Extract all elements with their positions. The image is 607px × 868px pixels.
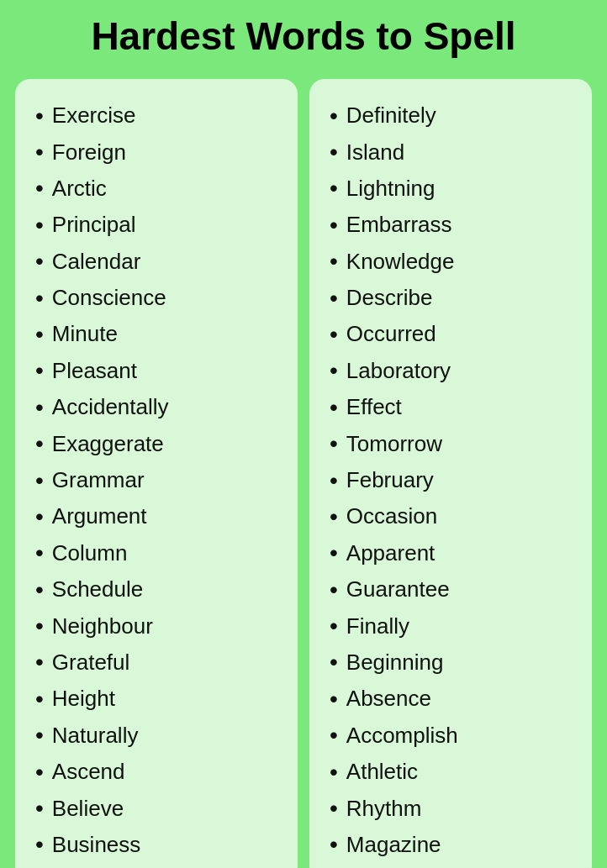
- list-item: Occasion: [330, 498, 575, 534]
- list-item: Believe: [35, 790, 281, 826]
- list-item: Rhythm: [330, 790, 575, 826]
- list-item: Foreign: [35, 134, 281, 170]
- list-item: Grammar: [35, 462, 281, 498]
- list-item: Lightning: [330, 170, 575, 206]
- page-header: Hardest Words to Spell: [0, 0, 607, 71]
- list-item: Argument: [35, 498, 281, 534]
- list-item: Definitely: [330, 97, 575, 134]
- right-list: DefinitelyIslandLightningEmbarrassKnowle…: [330, 97, 575, 863]
- right-word-list: DefinitelyIslandLightningEmbarrassKnowle…: [309, 79, 592, 868]
- list-item: Laboratory: [330, 352, 575, 388]
- list-item: Accomplish: [330, 717, 575, 753]
- list-item: Effect: [330, 389, 575, 425]
- list-item: Accidentally: [35, 389, 281, 425]
- list-item: Apparent: [330, 534, 575, 571]
- content-area: ExerciseForeignArcticPrincipalCalendarCo…: [0, 71, 607, 868]
- list-item: Height: [35, 681, 281, 717]
- list-item: Pleasant: [35, 352, 281, 388]
- list-item: Magazine: [330, 826, 575, 862]
- list-item: Knowledge: [330, 243, 575, 279]
- list-item: Principal: [35, 207, 281, 243]
- list-item: Arctic: [35, 170, 281, 206]
- list-item: Describe: [330, 280, 575, 316]
- list-item: Athletic: [330, 754, 575, 790]
- list-item: Beginning: [330, 644, 575, 680]
- list-item: Naturally: [35, 717, 281, 753]
- list-item: Exercise: [35, 97, 281, 134]
- list-item: Column: [35, 534, 281, 571]
- list-item: Island: [330, 134, 575, 170]
- list-item: Schedule: [35, 571, 281, 608]
- list-item: Finally: [330, 608, 575, 644]
- list-item: February: [330, 462, 575, 498]
- list-item: Business: [35, 826, 281, 862]
- list-item: Grateful: [35, 644, 281, 680]
- list-item: Minute: [35, 316, 281, 352]
- list-item: Calendar: [35, 243, 281, 279]
- list-item: Tomorrow: [330, 425, 575, 461]
- list-item: Embarrass: [330, 207, 575, 243]
- left-list: ExerciseForeignArcticPrincipalCalendarCo…: [35, 97, 281, 863]
- list-item: Guarantee: [330, 571, 575, 608]
- page-title: Hardest Words to Spell: [8, 15, 599, 58]
- list-item: Occurred: [330, 316, 575, 352]
- left-word-list: ExerciseForeignArcticPrincipalCalendarCo…: [15, 79, 298, 868]
- list-item: Exaggerate: [35, 425, 281, 461]
- list-item: Neighbour: [35, 608, 281, 644]
- list-item: Conscience: [35, 280, 281, 316]
- list-item: Ascend: [35, 754, 281, 790]
- list-item: Absence: [330, 681, 575, 717]
